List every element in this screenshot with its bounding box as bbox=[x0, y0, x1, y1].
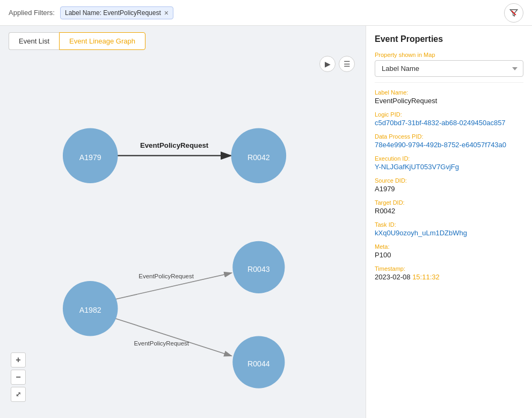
divider-1 bbox=[375, 82, 523, 83]
prop-target-did-label: Target DID: bbox=[375, 199, 523, 206]
node-label-R0042: R0042 bbox=[247, 153, 270, 162]
graph-panel: Event List Event Lineage Graph ▶ ☰ bbox=[0, 26, 366, 418]
edge-label-A1982-R0044: EventPolicyRequest bbox=[134, 340, 189, 347]
tab-bar: Event List Event Lineage Graph bbox=[0, 26, 366, 50]
prop-label-name-value: EventPolicyRequest bbox=[375, 97, 523, 105]
property-shown-select[interactable]: Label Name Event ID Source DID Target DI… bbox=[375, 60, 523, 77]
properties-panel: Event Properties Property shown in Map L… bbox=[366, 26, 532, 418]
node-label-A1982: A1982 bbox=[79, 306, 101, 314]
graph-area: EventPolicyRequest EventPolicyRequest Ev… bbox=[0, 50, 366, 418]
prop-target-did-value: R0042 bbox=[375, 207, 523, 215]
properties-title: Event Properties bbox=[375, 34, 523, 44]
prop-data-process-pid-label: Data Process PID: bbox=[375, 133, 523, 140]
prop-meta-label: Meta: bbox=[375, 243, 523, 250]
top-bar: Applied Filters: Label Name: EventPolicy… bbox=[0, 0, 532, 26]
svg-line-1 bbox=[512, 11, 516, 15]
prop-data-process-pid-value: 78e4e990-9794-492b-8752-e64057f743a0 bbox=[375, 141, 523, 149]
filter-tag[interactable]: Label Name: EventPolicyRequest × bbox=[60, 6, 173, 19]
prop-timestamp-value: 2023-02-08 15:11:32 bbox=[375, 273, 523, 281]
prop-logic-pid-value: c5d70bd7-31bf-4832-ab68-0249450ac857 bbox=[375, 119, 523, 127]
zoom-fit-button[interactable]: ⤢ bbox=[11, 387, 26, 402]
prop-logic-pid-label: Logic PID: bbox=[375, 111, 523, 118]
zoom-controls: + − ⤢ bbox=[11, 352, 26, 402]
prop-execution-id-label: Execution ID: bbox=[375, 155, 523, 162]
timestamp-time-part: 15:11:32 bbox=[412, 273, 440, 281]
edge-label-A1979-R0042: EventPolicyRequest bbox=[140, 141, 209, 149]
lineage-graph-svg: EventPolicyRequest EventPolicyRequest Ev… bbox=[11, 61, 355, 407]
prop-task-id-label: Task ID: bbox=[375, 221, 523, 228]
prop-source-did-label: Source DID: bbox=[375, 177, 523, 184]
prop-timestamp-label: Timestamp: bbox=[375, 265, 523, 272]
node-label-A1979: A1979 bbox=[79, 153, 101, 162]
prop-source-did-value: A1979 bbox=[375, 185, 523, 193]
node-label-R0044: R0044 bbox=[247, 359, 270, 368]
tab-event-lineage-graph[interactable]: Event Lineage Graph bbox=[59, 32, 145, 50]
applied-filters-label: Applied Filters: bbox=[9, 9, 55, 17]
edge-A1982-R0044[interactable] bbox=[114, 318, 231, 356]
zoom-in-button[interactable]: + bbox=[11, 352, 26, 367]
prop-meta-value: P100 bbox=[375, 251, 523, 259]
filter-clear-button[interactable] bbox=[504, 3, 523, 23]
prop-label-name-label: Label Name: bbox=[375, 89, 523, 96]
filter-tag-close[interactable]: × bbox=[164, 9, 169, 17]
property-shown-field: Property shown in Map Label Name Event I… bbox=[375, 52, 523, 77]
property-shown-label: Property shown in Map bbox=[375, 52, 523, 58]
zoom-out-button[interactable]: − bbox=[11, 370, 26, 385]
filter-tag-text: Label Name: EventPolicyRequest bbox=[65, 9, 161, 17]
edge-label-A1982-R0043: EventPolicyRequest bbox=[139, 273, 194, 279]
prop-task-id-value: kXq0U9ozoyh_uLm1DZbWhg bbox=[375, 229, 523, 237]
filter-icon bbox=[509, 9, 518, 17]
prop-execution-id-value: Y-NLJGafKjUT053V7GvjFg bbox=[375, 163, 523, 171]
node-label-R0043: R0043 bbox=[247, 265, 270, 273]
main-content: Event List Event Lineage Graph ▶ ☰ bbox=[0, 26, 532, 418]
tab-event-list[interactable]: Event List bbox=[9, 32, 59, 50]
